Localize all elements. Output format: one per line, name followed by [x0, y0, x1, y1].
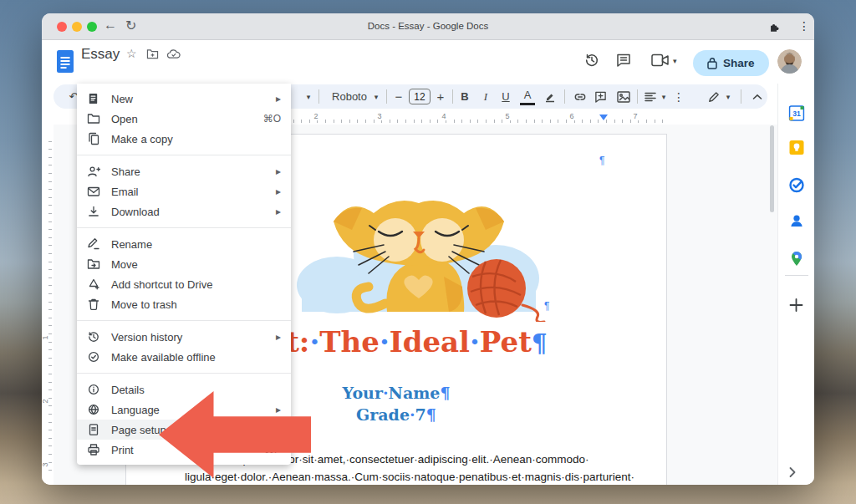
version-history-icon[interactable]	[583, 52, 600, 72]
menu-divider	[77, 320, 291, 321]
meet-dropdown-caret-icon[interactable]: ▾	[673, 57, 677, 65]
lock-icon	[707, 57, 717, 69]
trash-icon	[87, 298, 100, 311]
align-dropdown-caret-icon[interactable]: ▾	[659, 84, 669, 109]
toolbar-divider	[637, 89, 638, 104]
menu-item-new[interactable]: New ▸	[77, 89, 291, 109]
submenu-arrow-icon: ▸	[276, 404, 281, 415]
docs-header: Essay ☆ File Edit View Insert Format Too…	[42, 40, 814, 84]
submenu-arrow-icon: ▸	[276, 165, 281, 177]
highlight-color-icon[interactable]	[543, 84, 558, 109]
editing-mode-pen-icon[interactable]	[706, 84, 722, 109]
ruler-number: 7	[631, 112, 639, 120]
offline-check-icon	[87, 350, 100, 364]
menu-item-share[interactable]: Share ▸	[77, 161, 291, 181]
ruler-number: 3	[375, 112, 383, 120]
new-document-icon	[87, 92, 100, 105]
cat-illustration-image[interactable]	[285, 178, 553, 322]
browser-window: ← ↻ Docs - Essay - Google Docs ⋮ Essay ☆	[42, 13, 814, 485]
font-family-caret-icon[interactable]: ▾	[371, 84, 381, 109]
show-side-panel-chevron-icon[interactable]	[788, 466, 804, 482]
comments-icon[interactable]	[615, 52, 632, 72]
open-folder-icon	[87, 112, 100, 125]
submenu-arrow-icon: ▸	[276, 206, 281, 217]
google-calendar-icon[interactable]: 31	[788, 105, 804, 121]
envelope-icon	[87, 185, 100, 198]
toolbar-divider	[386, 89, 387, 104]
get-add-ons-plus-icon[interactable]	[788, 298, 804, 313]
underline-button[interactable]: U	[498, 84, 513, 109]
toolbar-divider	[741, 89, 741, 104]
menu-divider	[77, 227, 291, 228]
google-side-panel: 31	[777, 84, 814, 485]
paragraph-mark: ¶	[426, 405, 436, 424]
insert-link-icon[interactable]	[572, 84, 588, 109]
ruler-number: 2	[312, 112, 319, 120]
paragraph-mark: ¶	[532, 328, 548, 358]
google-docs-logo-icon[interactable]	[56, 49, 74, 77]
file-menu: New ▸ Open ⌘O Make a copy Share ▸ Email …	[77, 84, 291, 465]
align-left-icon[interactable]	[642, 84, 659, 109]
menu-divider	[77, 155, 291, 155]
menu-item-make-a-copy[interactable]: Make a copy	[77, 129, 291, 149]
paragraph-mark: ¶	[440, 384, 450, 402]
google-tasks-icon[interactable]	[788, 177, 804, 193]
font-size-input[interactable]: 12	[408, 84, 431, 109]
menu-item-make-available-offline[interactable]: Make available offline	[77, 347, 291, 367]
ruler-number: 2	[42, 399, 49, 403]
toolbar-divider	[564, 89, 565, 104]
google-maps-icon[interactable]	[788, 251, 804, 267]
menu-item-email[interactable]: Email ▸	[77, 181, 291, 201]
bold-button[interactable]: B	[457, 84, 472, 109]
more-toolbar-options-icon[interactable]: ⋮	[672, 84, 685, 109]
menu-item-version-history[interactable]: Version history ▸	[77, 327, 291, 347]
menu-item-move-to-trash[interactable]: Move to trash	[77, 294, 291, 314]
globe-icon	[87, 403, 100, 416]
menu-item-move[interactable]: Move	[77, 254, 291, 274]
menu-divider	[77, 373, 291, 374]
menu-item-details[interactable]: Details	[77, 379, 291, 400]
decrease-font-size-button[interactable]: −	[391, 84, 406, 109]
text-color-button[interactable]: A	[520, 87, 535, 105]
share-button[interactable]: Share	[693, 50, 769, 76]
insert-image-icon[interactable]	[615, 84, 632, 109]
submenu-arrow-icon: ▸	[276, 186, 281, 197]
menu-item-add-shortcut-to-drive[interactable]: Add shortcut to Drive	[77, 274, 291, 294]
vertical-ruler[interactable]: 1 2 3 4	[42, 111, 54, 485]
editing-mode-caret-icon[interactable]: ▾	[723, 84, 733, 109]
shortcut-label: ⌘O	[263, 113, 281, 125]
menu-item-rename[interactable]: Rename	[77, 234, 291, 254]
right-indent-marker[interactable]	[599, 115, 608, 120]
increase-font-size-button[interactable]: +	[433, 84, 448, 109]
star-icon[interactable]: ☆	[126, 47, 137, 60]
document-scrollbar[interactable]	[770, 125, 774, 212]
move-folder-icon	[87, 257, 100, 271]
browser-menu-dots-icon[interactable]: ⋮	[798, 19, 810, 33]
document-name[interactable]: Essay	[81, 46, 120, 63]
share-button-label: Share	[723, 57, 755, 69]
collapse-toolbar-chevron-icon[interactable]	[749, 84, 766, 109]
extensions-puzzle-icon[interactable]	[768, 21, 780, 35]
font-family-select[interactable]: Roboto	[328, 84, 371, 109]
document-status-cloud-icon[interactable]	[167, 48, 181, 63]
ruler-number: 3	[42, 462, 49, 466]
body-text-line: ligula·eget·dolor.·Aenean·massa.·Cum·soc…	[185, 468, 609, 485]
menu-item-open[interactable]: Open ⌘O	[77, 109, 291, 129]
ruler-number: 5	[503, 112, 511, 120]
menu-item-download[interactable]: Download ▸	[77, 201, 291, 221]
meet-video-call-icon[interactable]	[651, 53, 670, 70]
italic-button[interactable]: I	[478, 84, 493, 109]
submenu-arrow-icon: ▸	[276, 331, 281, 343]
google-contacts-icon[interactable]	[788, 213, 804, 229]
move-to-folder-icon[interactable]	[146, 48, 159, 63]
version-history-icon	[87, 330, 100, 344]
add-comment-icon[interactable]	[592, 84, 609, 109]
google-keep-icon[interactable]	[788, 140, 804, 155]
download-icon	[87, 205, 100, 218]
account-avatar[interactable]	[777, 49, 802, 74]
submenu-arrow-icon: ▸	[276, 93, 281, 104]
zoom-dropdown-caret-icon[interactable]: ▾	[303, 84, 314, 109]
ruler-number: 6	[568, 112, 575, 120]
copy-icon	[87, 132, 100, 145]
drive-shortcut-icon	[87, 277, 100, 291]
